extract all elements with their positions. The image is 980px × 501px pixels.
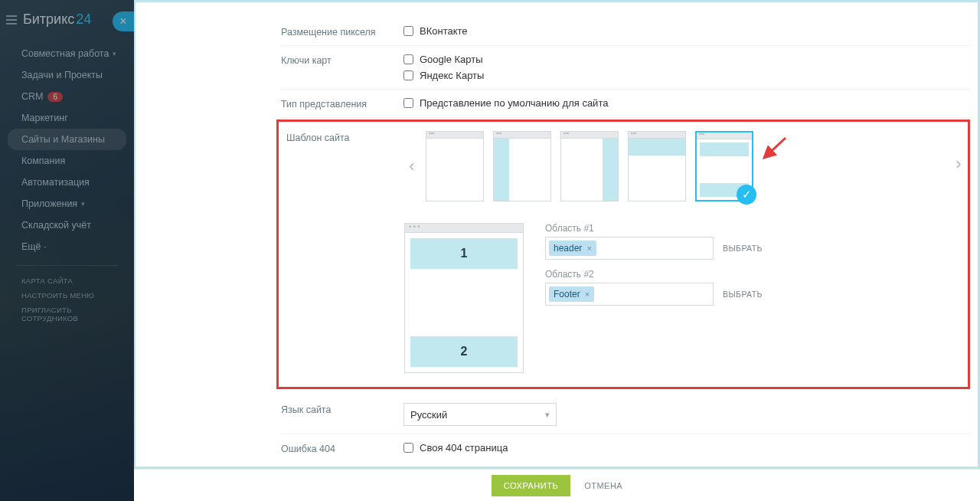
area-2-pick-button[interactable]: ВЫБРАТЬ <box>723 290 763 299</box>
menu-configure[interactable]: НАСТРОИТЬ МЕНЮ <box>0 288 134 303</box>
checkbox-default-view-input[interactable] <box>403 98 413 108</box>
label-404: Ошибка 404 <box>281 442 403 454</box>
chevron-down-icon: ▾ <box>545 410 550 420</box>
save-button[interactable]: СОХРАНИТЬ <box>492 475 570 496</box>
check-icon: ✓ <box>737 185 756 205</box>
sidebar: Битрикс 24 × Совместная работа▾ Задачи и… <box>0 0 134 501</box>
crm-badge: 6 <box>47 92 63 102</box>
row-404: Ошибка 404 Своя 404 страница <box>281 434 970 462</box>
label-language: Язык сайта <box>281 403 403 415</box>
row-maps: Ключи карт Google Карты Яндекс Карты <box>281 46 970 90</box>
carousel-prev[interactable]: ‹ <box>404 156 420 176</box>
template-thumb-left-sidebar[interactable] <box>493 131 551 201</box>
row-language: Язык сайта Русский ▾ <box>281 395 970 434</box>
template-thumb-header-footer[interactable]: ✓ <box>695 131 753 201</box>
main-menu: Совместная работа▾ Задачи и Проекты CRM6… <box>0 39 134 329</box>
checkbox-own-404-input[interactable] <box>403 443 413 453</box>
row-view: Тип представления Представление по умолч… <box>281 90 970 118</box>
row-pixel: Размещение пикселя ВКонтакте <box>281 18 970 46</box>
checkbox-google-input[interactable] <box>403 54 413 64</box>
chevron-down-icon: ▾ <box>113 50 116 57</box>
area-2-input[interactable]: Footer× <box>545 283 714 306</box>
template-preview: 1 2 <box>404 223 524 373</box>
label-maps: Ключи карт <box>281 54 403 66</box>
menu-tasks[interactable]: Задачи и Проекты <box>0 64 134 86</box>
menu-crm[interactable]: CRM6 <box>0 86 134 107</box>
checkbox-yandex[interactable]: Яндекс Карты <box>403 70 970 81</box>
template-thumb-header[interactable] <box>628 131 686 201</box>
area-1-block: Область #1 header× ВЫБРАТЬ <box>545 223 965 260</box>
logo-text-1: Битрикс <box>23 11 74 28</box>
footer-bar: СОХРАНИТЬ ОТМЕНА <box>134 469 980 501</box>
area-1-pick-button[interactable]: ВЫБРАТЬ <box>723 244 763 253</box>
language-value: Русский <box>410 409 447 421</box>
label-template: Шаблон сайта <box>282 131 404 143</box>
menu-separator <box>15 265 119 266</box>
annotation-arrow-icon <box>758 135 789 165</box>
settings-panel: Размещение пикселя ВКонтакте Ключи карт … <box>134 0 980 469</box>
area-1-label: Область #1 <box>545 223 965 234</box>
checkbox-vk[interactable]: ВКонтакте <box>403 25 970 37</box>
close-sidebar-button[interactable]: × <box>113 11 134 31</box>
menu-company[interactable]: Компания <box>0 150 134 172</box>
menu-sites[interactable]: Сайты и Магазины <box>8 129 126 150</box>
template-highlight-box: Шаблон сайта ‹ ✓ › <box>276 120 970 389</box>
template-thumb-blank[interactable] <box>426 131 484 201</box>
preview-area-1: 1 <box>410 238 518 269</box>
label-pixel: Размещение пикселя <box>281 25 403 38</box>
preview-area-2: 2 <box>410 336 518 367</box>
tag-header: header× <box>549 241 596 256</box>
label-view: Тип представления <box>281 97 403 110</box>
checkbox-vk-input[interactable] <box>403 26 413 36</box>
tag-remove-icon[interactable]: × <box>585 290 590 299</box>
menu-invite[interactable]: ПРИГЛАСИТЬ СОТРУДНИКОВ <box>0 303 134 326</box>
template-thumb-right-sidebar[interactable] <box>560 131 619 201</box>
menu-marketing[interactable]: Маркетинг <box>0 107 134 129</box>
checkbox-google[interactable]: Google Карты <box>403 54 970 65</box>
checkbox-yandex-input[interactable] <box>403 70 413 80</box>
menu-automation[interactable]: Автоматизация <box>0 172 134 193</box>
menu-inventory[interactable]: Складской учёт <box>0 214 134 236</box>
checkbox-own-404[interactable]: Своя 404 страница <box>403 442 970 454</box>
checkbox-default-view[interactable]: Представление по умолчанию для сайта <box>403 97 970 109</box>
svg-line-0 <box>764 138 786 158</box>
menu-collab[interactable]: Совместная работа▾ <box>0 43 134 64</box>
menu-more[interactable]: Ещё · <box>0 236 134 257</box>
area-2-label: Область #2 <box>545 269 965 280</box>
tag-remove-icon[interactable]: × <box>586 244 591 253</box>
area-1-input[interactable]: header× <box>545 237 714 260</box>
template-carousel: ‹ ✓ › <box>404 131 965 201</box>
menu-apps[interactable]: Приложения▾ <box>0 193 134 214</box>
language-select[interactable]: Русский ▾ <box>403 403 557 426</box>
menu-sitemap[interactable]: КАРТА САЙТА <box>0 273 134 288</box>
chevron-down-icon: ▾ <box>81 200 85 208</box>
area-2-block: Область #2 Footer× ВЫБРАТЬ <box>545 269 965 306</box>
carousel-next[interactable]: › <box>951 154 966 174</box>
cancel-button[interactable]: ОТМЕНА <box>584 481 622 490</box>
logo-text-2: 24 <box>76 11 91 28</box>
tag-footer: Footer× <box>549 287 594 302</box>
